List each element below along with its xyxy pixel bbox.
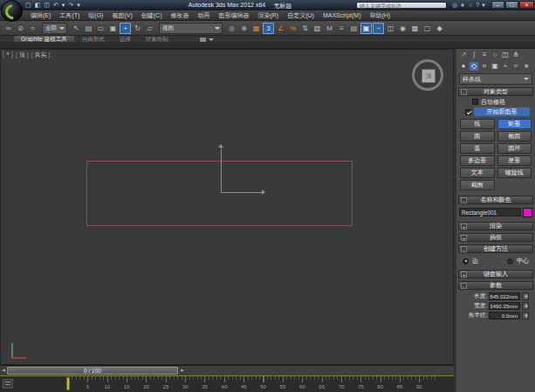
autogrid-checkbox[interactable] (472, 99, 478, 105)
open-file-icon[interactable]: ◧ (35, 2, 41, 9)
infocenter-favorites-icon[interactable]: ☆ (468, 2, 473, 9)
infocenter-exchange-icon[interactable]: ∗ (460, 2, 465, 9)
render-production-icon[interactable]: ◆ (434, 23, 445, 34)
layer-manager-icon[interactable]: ▤ (348, 23, 360, 34)
viewport-menu-plus[interactable]: + (3, 51, 13, 59)
menu-tools[interactable]: 工具(T) (55, 11, 84, 20)
curve-editor-icon[interactable]: ~ (373, 23, 384, 34)
corner-radius-spinner[interactable] (522, 312, 529, 320)
systems-category-icon[interactable]: ∗ (522, 62, 531, 71)
undo-icon[interactable]: ↶ (53, 2, 58, 9)
shapes-category-icon[interactable]: ◇ (470, 62, 478, 71)
select-by-name-icon[interactable]: ▤ (83, 23, 94, 34)
rollout-collapse-icon[interactable]: - (461, 283, 467, 289)
create-tab-icon[interactable]: ↗ (459, 51, 468, 59)
spinner-snap-icon[interactable]: ⇅ (299, 23, 311, 34)
rollout-expand-icon[interactable]: + (461, 272, 467, 278)
line-button[interactable]: 线 (460, 119, 495, 129)
helpers-category-icon[interactable]: + (501, 62, 510, 71)
save-file-icon[interactable]: ◫ (44, 2, 50, 9)
reference-coordinate-system-dropdown[interactable]: 视图 (159, 23, 223, 34)
rollout-collapse-icon[interactable]: - (461, 89, 467, 95)
infocenter-dropdown-icon[interactable]: ▾ (482, 2, 485, 9)
select-and-move-icon[interactable]: + (120, 23, 131, 34)
ngon-button[interactable]: 多边形 (460, 155, 495, 166)
ribbon-tab-selection[interactable]: 选择 (113, 36, 138, 42)
next-frame-arrow[interactable]: ► (180, 368, 185, 373)
selection-filter-dropdown[interactable]: 全部 (42, 23, 67, 34)
top-viewport[interactable]: + 顶 真实 顶 (0, 49, 454, 365)
space-warps-category-icon[interactable]: ≈ (511, 62, 520, 71)
current-frame-marker[interactable] (66, 377, 70, 390)
ellipse-button[interactable]: 椭圆 (497, 131, 532, 141)
edit-named-selection-sets-icon[interactable]: ▧ (312, 23, 323, 34)
parameters-rollout-header[interactable]: - 参数 (458, 281, 533, 290)
viewport-shading-label[interactable]: 真实 (31, 51, 51, 59)
menu-rendering[interactable]: 渲染(R) (253, 11, 283, 20)
previous-frame-arrow[interactable]: ◄ (1, 368, 6, 373)
interpolation-rollout-header[interactable]: + 插值 (458, 233, 533, 242)
corner-radius-input[interactable]: 0.0mm (489, 312, 520, 320)
keyboard-entry-rollout-header[interactable]: + 键盘输入 (458, 270, 533, 279)
menu-create[interactable]: 创建(C) (137, 11, 167, 20)
menu-views[interactable]: 视图(V) (107, 11, 136, 20)
ribbon-tab-freeform[interactable]: 自由形式 (75, 36, 112, 42)
utilities-tab-icon[interactable]: ⋔ (511, 51, 520, 59)
schematic-view-icon[interactable]: ◫ (385, 23, 396, 34)
viewcube[interactable]: 顶 (410, 58, 445, 93)
use-pivot-point-center-icon[interactable]: ◎ (226, 23, 237, 34)
ribbon-tab-graphite[interactable]: Graphite 建模工具 (14, 36, 74, 42)
viewcube-top-face[interactable]: 顶 (422, 69, 436, 83)
shape-category-dropdown[interactable]: 样条线 (459, 73, 532, 85)
rectangle-button[interactable]: 矩形 (497, 119, 532, 129)
select-and-manipulate-icon[interactable]: ⊕ (238, 23, 250, 34)
rectangular-selection-region-icon[interactable]: ▭ (95, 23, 106, 34)
rendered-frame-window-icon[interactable]: ▢ (422, 23, 433, 34)
width-input[interactable]: 3490.35mm (489, 302, 520, 310)
new-file-icon[interactable]: ▢ (25, 2, 31, 9)
select-and-link-icon[interactable]: ∞ (3, 23, 14, 34)
modify-tab-icon[interactable]: ∫ (470, 51, 478, 59)
minimize-button[interactable]: – (491, 1, 504, 9)
geometry-category-icon[interactable]: ● (459, 62, 468, 71)
donut-button[interactable]: 圆环 (497, 143, 532, 154)
rollout-collapse-icon[interactable]: - (461, 197, 467, 203)
select-and-rotate-icon[interactable]: ↻ (132, 23, 143, 34)
ribbon-tab-object-paint[interactable]: 对象绘制 (139, 36, 175, 42)
snaps-toggle-3d-icon[interactable]: 3 (263, 23, 274, 34)
align-icon[interactable]: ≡ (336, 23, 347, 34)
creation-method-rollout-header[interactable]: - 创建方法 (458, 244, 533, 253)
unlink-selection-icon[interactable]: ⊘ (15, 23, 26, 34)
star-button[interactable]: 星形 (497, 155, 532, 166)
menu-animation[interactable]: 动画 (193, 11, 214, 20)
bind-to-space-warp-icon[interactable]: ≈ (27, 23, 38, 34)
material-editor-icon[interactable]: ◉ (397, 23, 408, 34)
time-slider[interactable]: ◄ 0 / 100 ► (0, 365, 454, 375)
infocenter-help-icon[interactable]: ? (476, 2, 479, 9)
maximize-button[interactable]: □ (505, 1, 518, 9)
window-crossing-icon[interactable]: ▣ (107, 23, 119, 34)
edge-radio[interactable] (463, 258, 469, 265)
infocenter-search-icon[interactable]: ◎ (452, 2, 457, 9)
time-slider-handle[interactable]: 0 / 100 (7, 367, 178, 375)
menu-help[interactable]: 帮助(H) (365, 11, 394, 20)
menu-edit[interactable]: 编辑(E) (26, 11, 55, 20)
undo-dropdown-icon[interactable]: ▾ (62, 2, 65, 9)
close-button[interactable]: × (519, 1, 534, 9)
angle-snap-icon[interactable]: ∠ (275, 23, 286, 34)
redo-dropdown-icon[interactable]: ▾ (77, 2, 80, 9)
object-type-rollout-header[interactable]: - 对象类型 (458, 87, 533, 96)
text-button[interactable]: 文本 (460, 168, 495, 178)
render-setup-icon[interactable]: ▩ (409, 23, 421, 34)
cameras-category-icon[interactable]: ▣ (490, 62, 499, 71)
rollout-collapse-icon[interactable]: - (461, 246, 467, 252)
viewport-view-label[interactable]: 顶 (16, 51, 29, 59)
percent-snap-icon[interactable]: % (287, 23, 298, 34)
infocenter-search-input[interactable]: 键入关键字或短语 (356, 2, 447, 9)
menu-modifiers[interactable]: 修改器 (166, 11, 193, 20)
object-color-swatch[interactable] (523, 208, 532, 217)
redo-icon[interactable]: ↷ (68, 2, 73, 9)
start-new-shape-button[interactable]: 开始新图形 (474, 107, 530, 116)
hierarchy-tab-icon[interactable]: ≡ (480, 51, 489, 59)
menu-group[interactable]: 组(G) (84, 11, 107, 20)
